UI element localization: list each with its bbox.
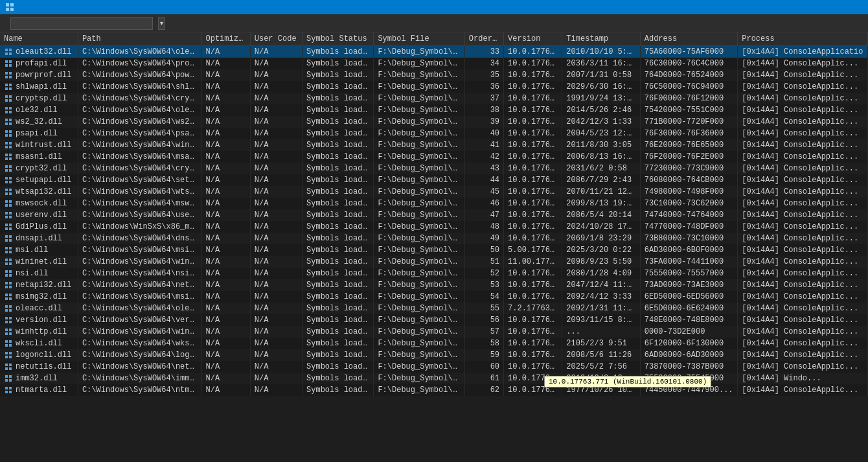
module-icon — [4, 47, 13, 56]
table-row[interactable]: dnsapi.dll C:\Windows\SysWOW64\dnsa...N/… — [0, 233, 868, 244]
col-header-timestamp[interactable]: Timestamp — [562, 32, 640, 46]
cell-path: C:\Windows\SysWOW64\netap... — [78, 279, 201, 291]
cell-version: 10.0.1776... — [504, 69, 562, 81]
search-input[interactable] — [10, 17, 153, 30]
cell-optimized: N/A — [201, 198, 250, 209]
cell-timestamp: 2006/8/13 16:03 — [562, 151, 640, 163]
svg-rect-65 — [9, 224, 12, 226]
table-row[interactable]: wintrust.dll C:\Windows\SysWOW64\wintr..… — [0, 139, 868, 151]
cell-address: 748E0000-748E8000 — [640, 314, 738, 326]
cell-address: 6AD30000-6B0F0000 — [640, 244, 738, 256]
table-row[interactable]: wininet.dll C:\Windows\SysWOW64\winin...… — [0, 256, 868, 268]
module-icon — [4, 82, 13, 91]
col-header-symbol-file[interactable]: Symbol File — [374, 32, 464, 46]
cell-optimized: N/A — [201, 326, 250, 338]
svg-rect-23 — [9, 99, 12, 102]
table-row[interactable]: wkscli.dll C:\Windows\SysWOW64\wkscl...N… — [0, 338, 868, 349]
module-name: userenv.dll — [16, 211, 67, 220]
cell-version: 10.0.1776... — [504, 338, 562, 349]
cell-symbol-status: Symbols loaded. — [303, 151, 374, 163]
col-header-order[interactable]: Order ▲ — [464, 32, 503, 46]
table-row[interactable]: logoncli.dll C:\Windows\SysWOW64\logo...… — [0, 349, 868, 361]
cell-path: C:\Windows\SysWOW64\usere... — [78, 209, 201, 221]
table-row[interactable]: ntmarta.dll C:\Windows\SysWOW64\ntma...N… — [0, 384, 868, 396]
svg-rect-89 — [9, 294, 12, 296]
table-row[interactable]: shlwapi.dll C:\Windows\SysWOW64\shlwa...… — [0, 81, 868, 93]
table-row[interactable]: msasn1.dll C:\Windows\SysWOW64\msasn...N… — [0, 151, 868, 163]
cell-address: 73FA0000-74411000 — [640, 256, 738, 268]
cell-optimized: N/A — [201, 116, 250, 128]
table-row[interactable]: oleacc.dll C:\Windows\SysWOW64\oleacc...… — [0, 303, 868, 314]
cell-address: 76F30000-76F36000 — [640, 128, 738, 139]
module-name: version.dll — [16, 316, 67, 325]
cell-optimized: N/A — [201, 233, 250, 244]
col-header-name[interactable]: Name — [0, 32, 78, 46]
table-row[interactable]: winhttp.dll C:\Windows\SysWOW64\winh...N… — [0, 326, 868, 338]
table-row[interactable]: oleaut32.dll C:\Windows\SysWOW64\oleaut.… — [0, 46, 868, 58]
table-row[interactable]: crypt32.dll C:\Windows\SysWOW64\crypt...… — [0, 163, 868, 174]
table-row[interactable]: netapi32.dll C:\Windows\SysWOW64\netap..… — [0, 279, 868, 291]
cell-symbol-file: F:\Debug_Symbol\Symb... — [374, 349, 464, 361]
table-row[interactable]: setupapi.dll C:\Windows\SysWOW64\setup..… — [0, 174, 868, 186]
col-header-process[interactable]: Process — [738, 32, 868, 46]
cell-user-code: N/A — [250, 303, 302, 314]
table-row[interactable]: mswsock.dll C:\Windows\SysWOW64\msws...N… — [0, 198, 868, 209]
modules-icon — [5, 3, 14, 12]
table-row[interactable]: nsi.dll C:\Windows\SysWOW64\nsi.dllN/AN/… — [0, 268, 868, 279]
table-row[interactable]: userenv.dll C:\Windows\SysWOW64\usere...… — [0, 209, 868, 221]
table-row[interactable]: cryptsp.dll C:\Windows\SysWOW64\crypt...… — [0, 93, 868, 104]
table-row[interactable]: imm32.dll C:\Windows\SysWOW64\imm3...N/A… — [0, 373, 868, 384]
col-header-symbol-status[interactable]: Symbol Status — [303, 32, 374, 46]
cell-optimized: N/A — [201, 163, 250, 174]
col-header-optimized[interactable]: Optimized — [201, 32, 250, 46]
cell-optimized: N/A — [201, 314, 250, 326]
cell-user-code: N/A — [250, 361, 302, 373]
table-row[interactable]: psapi.dll C:\Windows\SysWOW64\psapi...N/… — [0, 128, 868, 139]
table-row[interactable]: wtsapi32.dll C:\Windows\SysWOW64\wtsapi.… — [0, 186, 868, 198]
cell-timestamp: 2070/11/21 12:55 — [562, 186, 640, 198]
cell-symbol-status: Symbols loaded. — [303, 93, 374, 104]
svg-rect-28 — [5, 119, 8, 121]
svg-rect-54 — [5, 192, 8, 195]
svg-rect-108 — [5, 352, 8, 354]
table-container: Name Path Optimized User Code Symbol Sta… — [0, 32, 868, 462]
cell-symbol-file: F:\Debug_Symbol\Symb... — [374, 69, 464, 81]
cell-order: 51 — [464, 256, 503, 268]
table-row[interactable]: msimg32.dll C:\Windows\SysWOW64\msim...N… — [0, 291, 868, 303]
cell-order: 36 — [464, 81, 503, 93]
svg-rect-64 — [5, 224, 8, 226]
cell-symbol-file: F:\Debug_Symbol\Symb... — [374, 314, 464, 326]
table-row[interactable]: GdiPlus.dll C:\Windows\WinSxS\x86_micro.… — [0, 221, 868, 233]
svg-rect-24 — [5, 107, 8, 110]
cell-path: C:\Windows\SysWOW64\psapi... — [78, 128, 201, 139]
cell-address: 73B80000-73C10000 — [640, 233, 738, 244]
table-row[interactable]: msi.dll C:\Windows\SysWOW64\msi.dllN/AN/… — [0, 244, 868, 256]
table-row[interactable]: powrprof.dll C:\Windows\SysWOW64\powr...… — [0, 69, 868, 81]
cell-order: 55 — [464, 303, 503, 314]
cell-order: 49 — [464, 233, 503, 244]
table-row[interactable]: ole32.dll C:\Windows\SysWOW64\ole32...N/… — [0, 104, 868, 116]
cell-address: 6AD00000-6AD30000 — [640, 349, 738, 361]
col-header-user-code[interactable]: User Code — [250, 32, 302, 46]
col-header-version[interactable]: Version — [504, 32, 562, 46]
cell-name: wtsapi32.dll — [0, 186, 78, 198]
cell-name: mswsock.dll — [0, 198, 78, 209]
svg-rect-1 — [10, 3, 14, 6]
table-row[interactable]: netutils.dll C:\Windows\SysWOW64\netu...… — [0, 361, 868, 373]
search-dropdown-button[interactable]: ▾ — [158, 17, 165, 30]
cell-symbol-file: F:\Debug_Symbol\Symb... — [374, 279, 464, 291]
table-row[interactable]: version.dll C:\Windows\SysWOW64\versi...… — [0, 314, 868, 326]
cell-address: 76F00000-76F12000 — [640, 93, 738, 104]
svg-rect-6 — [5, 52, 8, 55]
cell-timestamp: 2025/5/2 7:56 — [562, 361, 640, 373]
table-row[interactable]: ws2_32.dll C:\Windows\SysWOW64\ws2_...N/… — [0, 116, 868, 128]
col-header-path[interactable]: Path — [78, 32, 201, 46]
module-icon — [4, 386, 13, 395]
svg-rect-15 — [9, 76, 12, 78]
svg-rect-97 — [9, 317, 12, 319]
module-name: cryptsp.dll — [16, 94, 67, 103]
svg-rect-33 — [9, 130, 12, 133]
col-header-address[interactable]: Address — [640, 32, 738, 46]
table-row[interactable]: profapi.dll C:\Windows\SysWOW64\profa...… — [0, 58, 868, 69]
svg-rect-103 — [9, 332, 12, 335]
